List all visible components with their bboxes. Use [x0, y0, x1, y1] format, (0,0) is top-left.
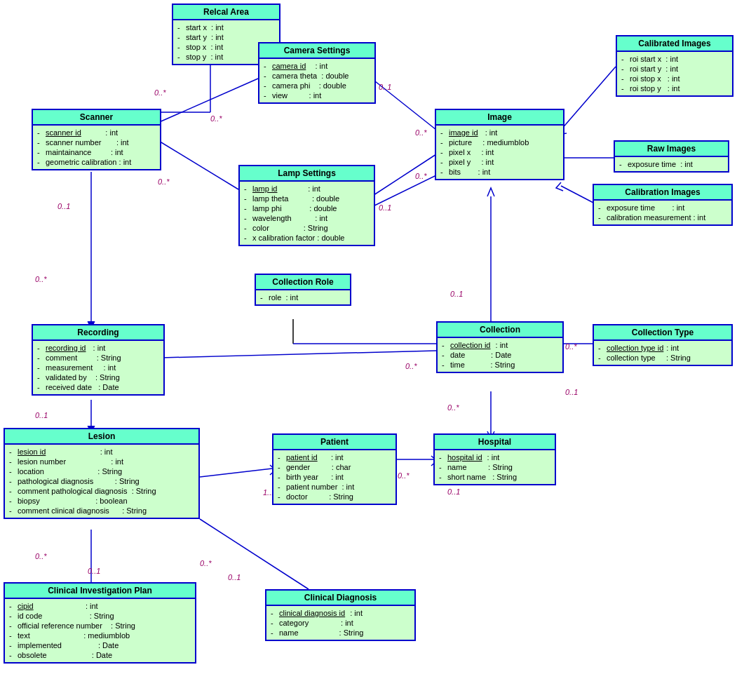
class-collection-body: -collection id : int -date : Date -time … [438, 338, 562, 372]
label-3: 0..* [415, 128, 427, 137]
class-cip-body: -cipid : int -id code : String -official… [5, 599, 195, 662]
class-collection-role: Collection Role -role : int [255, 274, 351, 306]
class-calibration-images-title: Calibration Images [594, 185, 731, 201]
class-image-title: Image [436, 110, 563, 126]
label-20: 0..* [35, 552, 47, 560]
label-1: 0..* [210, 114, 222, 123]
class-collection-type-body: -collection type id : int -collection ty… [594, 341, 731, 365]
class-calibrated-images-title: Calibrated Images [617, 36, 732, 52]
label-22: 0..* [200, 559, 212, 567]
diagram-container: 0..* 0..* 0..1 0..* 0..* 0..1 0..1 0..* … [0, 0, 737, 700]
class-relcal-area-title: Relcal Area [173, 5, 279, 20]
class-collection-role-title: Collection Role [256, 275, 350, 290]
svg-line-22 [200, 519, 309, 589]
label-2: 0..1 [379, 83, 391, 91]
label-6: 0..1 [58, 202, 70, 210]
class-scanner-body: -scanner id : int -scanner number : int … [33, 126, 160, 169]
svg-line-5 [158, 140, 238, 189]
label-4: 0..* [415, 172, 427, 180]
class-scanner: Scanner -scanner id : int -scanner numbe… [32, 109, 161, 170]
class-recording: Recording -recording id : int -comment :… [32, 324, 165, 396]
class-lamp-settings: Lamp Settings -lamp id : int -lamp theta… [238, 165, 375, 246]
svg-line-14 [161, 351, 436, 358]
label-17: 0..* [398, 471, 410, 480]
class-patient: Patient -patient id : int -gender : char… [272, 433, 397, 505]
class-calibration-images: Calibration Images -exposure time : int … [593, 184, 733, 226]
label-15: 0..* [447, 403, 459, 412]
class-image: Image -image id : int -picture : mediumb… [435, 109, 564, 180]
class-cip-title: Clinical Investigation Plan [5, 584, 195, 599]
class-raw-images-body: -exposure time : int [615, 157, 728, 171]
class-patient-title: Patient [273, 435, 395, 450]
class-calibration-images-body: -exposure time : int -calibration measur… [594, 201, 731, 224]
label-9: 0..1 [450, 290, 463, 298]
label-23: 0..1 [228, 573, 241, 581]
svg-line-8 [561, 67, 616, 130]
class-calibrated-images-body: -roi start x : int -roi start y : int -r… [617, 52, 732, 95]
class-lesion-title: Lesion [5, 429, 198, 445]
class-patient-body: -patient id : int -gender : char -birth … [273, 450, 395, 504]
class-collection: Collection -collection id : int -date : … [436, 321, 564, 373]
class-clinical-diagnosis-title: Clinical Diagnosis [266, 591, 414, 606]
class-hospital-title: Hospital [435, 435, 555, 450]
class-hospital: Hospital -hospital id : int -name : Stri… [433, 433, 556, 485]
label-21: 0..1 [88, 567, 100, 575]
class-raw-images: Raw Images -exposure time : int [614, 140, 729, 173]
label-8: 0..* [405, 362, 417, 370]
class-raw-images-title: Raw Images [615, 142, 728, 157]
class-camera-settings-body: -camera id : int -camera theta : double … [259, 59, 374, 102]
class-clinical-diagnosis: Clinical Diagnosis -clinical diagnosis i… [265, 589, 416, 641]
class-collection-title: Collection [438, 323, 562, 338]
class-collection-type: Collection Type -collection type id : in… [593, 324, 733, 366]
svg-line-4 [158, 79, 258, 123]
label-11: 0..1 [565, 388, 578, 396]
label-0: 0..* [154, 88, 166, 97]
class-cip: Clinical Investigation Plan -cipid : int… [4, 582, 196, 664]
svg-line-10 [561, 186, 595, 203]
label-13: 0..1 [35, 411, 48, 419]
class-lamp-settings-body: -lamp id : int -lamp theta : double -lam… [240, 182, 374, 245]
class-recording-title: Recording [33, 325, 163, 341]
class-clinical-diagnosis-body: -clinical diagnosis id : int -category :… [266, 606, 414, 640]
class-image-body: -image id : int -picture : mediumblob -p… [436, 126, 563, 179]
label-10: 0..* [565, 342, 577, 351]
label-7: 0..* [158, 177, 170, 186]
class-camera-settings: Camera Settings -camera id : int -camera… [258, 42, 376, 104]
class-hospital-body: -hospital id : int -name : String -short… [435, 450, 555, 484]
svg-line-18 [200, 469, 272, 477]
class-camera-settings-title: Camera Settings [259, 43, 374, 59]
class-collection-role-body: -role : int [256, 290, 350, 304]
class-lesion-body: -lesion id : int -lesion number : int -l… [5, 445, 198, 518]
class-lamp-settings-title: Lamp Settings [240, 166, 374, 182]
label-16: 0..1 [447, 487, 460, 496]
class-scanner-title: Scanner [33, 110, 160, 126]
class-calibrated-images: Calibrated Images -roi start x : int -ro… [616, 35, 733, 97]
class-lesion: Lesion -lesion id : int -lesion number :… [4, 428, 200, 519]
class-recording-body: -recording id : int -comment : String -m… [33, 341, 163, 394]
class-collection-type-title: Collection Type [594, 325, 731, 341]
label-12: 0..* [35, 275, 47, 283]
label-5: 0..1 [379, 203, 391, 212]
